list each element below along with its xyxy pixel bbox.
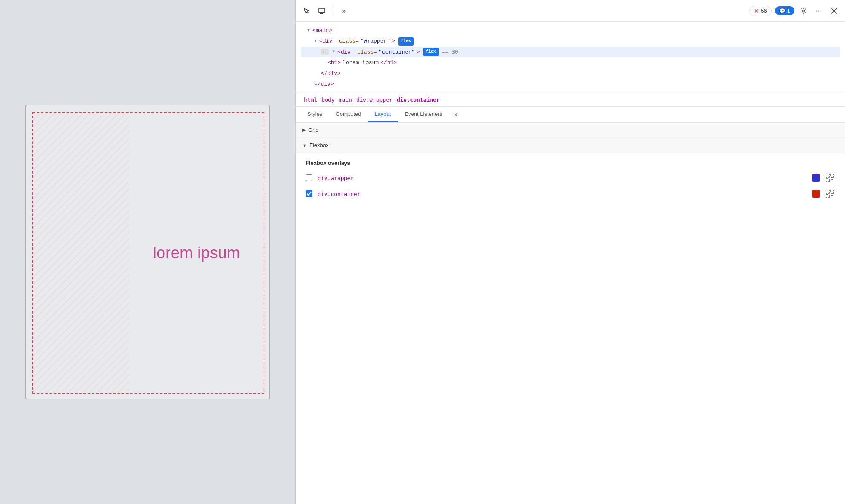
settings-icon[interactable]	[798, 5, 810, 17]
layout-content: ▶ Grid ▼ Flexbox Flexbox overlays div.wr…	[296, 123, 845, 504]
flex-badge-wrapper: flex	[398, 37, 414, 46]
svg-rect-1	[33, 113, 129, 393]
svg-point-9	[821, 10, 822, 11]
comment-icon: 💬	[779, 8, 786, 14]
wrapper-checkbox[interactable]	[306, 174, 312, 181]
svg-rect-15	[826, 190, 829, 193]
container-color-swatch[interactable]	[812, 190, 820, 198]
svg-rect-13	[830, 174, 834, 177]
grid-section-header[interactable]: ▶ Grid	[296, 123, 845, 138]
preview-panel: lorem ipsum	[0, 0, 295, 504]
flexbox-content: Flexbox overlays div.wrapper	[296, 153, 845, 212]
tab-computed[interactable]: Computed	[329, 107, 368, 122]
hatch-area	[33, 113, 129, 393]
tabs-more-icon[interactable]: »	[451, 107, 461, 122]
overlay-row-container: div.container	[306, 189, 835, 199]
dom-line-container[interactable]: ··· ▼ <div class="container" > flex == $…	[301, 47, 840, 57]
dom-line-close-container[interactable]: </div>	[301, 68, 840, 79]
dom-line-main[interactable]: ▼ <main>	[301, 25, 840, 36]
svg-rect-4	[320, 13, 323, 14]
toolbar-divider	[333, 6, 333, 16]
flex-badge-container: flex	[423, 48, 439, 56]
flexbox-triangle-icon: ▼	[302, 143, 307, 148]
breadcrumb-wrapper[interactable]: div.wrapper	[355, 96, 394, 104]
triangle-icon: ▼	[332, 48, 335, 56]
flexbox-overlays-title: Flexbox overlays	[306, 160, 835, 166]
container-overlay-cursor-icon[interactable]	[825, 189, 835, 199]
svg-line-2	[307, 11, 309, 13]
wrapper-overlay-cursor-icon[interactable]	[825, 173, 835, 183]
wrapper-color-swatch[interactable]	[812, 174, 820, 182]
triangle-icon: ▼	[307, 27, 310, 35]
dom-line-wrapper[interactable]: ▼ <div class="wrapper" > flex	[301, 36, 840, 46]
flexbox-section-header[interactable]: ▼ Flexbox	[296, 138, 845, 153]
svg-rect-12	[826, 174, 829, 177]
close-icon[interactable]	[828, 5, 840, 17]
more-options-icon[interactable]	[813, 5, 825, 17]
comment-count: 1	[787, 8, 790, 14]
flexbox-section-title: Flexbox	[309, 142, 329, 148]
ellipsis-button[interactable]: ···	[321, 49, 329, 55]
tabs-bar: Styles Computed Layout Event Listeners »	[296, 107, 845, 123]
dom-line-close-wrapper[interactable]: </div>	[301, 79, 840, 89]
tab-event-listeners[interactable]: Event Listeners	[398, 107, 449, 122]
tab-styles[interactable]: Styles	[301, 107, 329, 122]
dom-line-h1[interactable]: <h1> lorem ipsum </h1>	[301, 57, 840, 68]
device-icon[interactable]	[316, 5, 328, 17]
browser-frame: lorem ipsum	[25, 105, 270, 399]
container-checkbox[interactable]	[306, 190, 312, 197]
tab-layout[interactable]: Layout	[368, 107, 398, 122]
svg-rect-17	[826, 194, 829, 198]
devtools-toolbar: » ✕ 56 💬 1	[296, 0, 845, 22]
breadcrumb-html[interactable]: html	[302, 96, 319, 104]
dollar-sign: == $0	[442, 47, 458, 57]
more-tools-icon[interactable]: »	[338, 5, 350, 17]
grid-triangle-icon: ▶	[302, 127, 306, 133]
flex-overlay-container: lorem ipsum	[32, 112, 264, 394]
svg-point-6	[803, 10, 805, 12]
grid-section-title: Grid	[308, 127, 319, 133]
wrapper-label[interactable]: div.wrapper	[318, 175, 807, 181]
container-label[interactable]: div.container	[318, 191, 807, 197]
flexbox-section: ▼ Flexbox Flexbox overlays div.wrapper	[296, 138, 845, 212]
breadcrumb-container[interactable]: div.container	[395, 96, 441, 104]
svg-rect-14	[826, 178, 829, 182]
lorem-ipsum-text: lorem ipsum	[153, 244, 240, 262]
breadcrumb-main[interactable]: main	[337, 96, 354, 104]
inspect-icon[interactable]	[301, 5, 312, 17]
dom-tree: ▼ <main> ▼ <div class="wrapper" > flex ·…	[296, 22, 845, 93]
breadcrumb-body[interactable]: body	[320, 96, 336, 104]
svg-point-7	[816, 10, 818, 11]
svg-rect-16	[830, 190, 834, 193]
comment-badge[interactable]: 💬 1	[775, 6, 794, 15]
breadcrumb-bar: html body main div.wrapper div.container	[296, 93, 845, 107]
lorem-text-area: lorem ipsum	[129, 113, 264, 393]
triangle-icon: ▼	[314, 38, 317, 45]
devtools-panel: » ✕ 56 💬 1	[295, 0, 845, 504]
error-count: 56	[761, 8, 767, 14]
error-badge[interactable]: ✕ 56	[749, 6, 771, 16]
svg-point-8	[818, 10, 820, 11]
error-icon: ✕	[754, 8, 759, 14]
overlay-row-wrapper: div.wrapper	[306, 173, 835, 183]
